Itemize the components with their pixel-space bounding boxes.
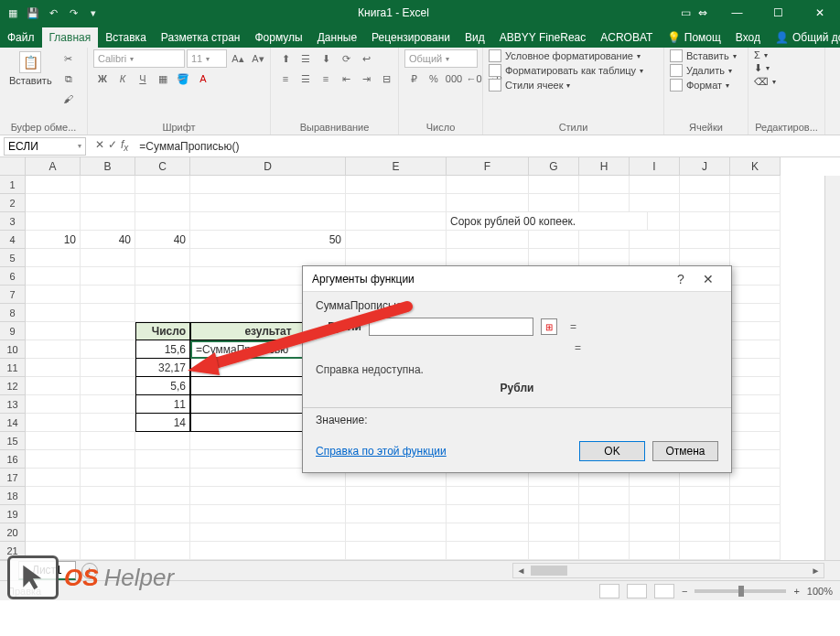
- row-header[interactable]: 14: [0, 414, 26, 432]
- cell[interactable]: [529, 249, 579, 267]
- minimize-button[interactable]: —: [716, 0, 758, 26]
- cell[interactable]: [26, 377, 81, 395]
- cell[interactable]: [447, 194, 529, 212]
- cell[interactable]: [730, 395, 781, 414]
- cell[interactable]: [81, 212, 135, 231]
- tab-insert[interactable]: Вставка: [98, 27, 154, 48]
- cell[interactable]: [190, 249, 346, 267]
- cell[interactable]: [730, 304, 781, 322]
- cell[interactable]: [447, 505, 529, 523]
- cell[interactable]: [26, 414, 81, 432]
- cell[interactable]: [529, 523, 579, 542]
- dialog-ok-button[interactable]: OK: [579, 441, 645, 461]
- row-header[interactable]: 19: [0, 505, 26, 523]
- row-header[interactable]: 15: [0, 432, 26, 450]
- tab-data[interactable]: Данные: [310, 27, 364, 48]
- orientation-icon[interactable]: ⟳: [337, 49, 355, 68]
- scroll-right-icon[interactable]: ►: [808, 564, 824, 577]
- cell[interactable]: [135, 267, 190, 286]
- cell[interactable]: 14: [135, 414, 190, 432]
- merge-icon[interactable]: ⊟: [377, 70, 395, 88]
- row-header[interactable]: 10: [0, 340, 26, 359]
- cell[interactable]: 40: [81, 231, 135, 249]
- cell[interactable]: [346, 487, 447, 505]
- cell[interactable]: [26, 176, 81, 194]
- cell[interactable]: [529, 194, 579, 212]
- dialog-arg-input[interactable]: [369, 318, 533, 336]
- cell[interactable]: [81, 450, 135, 469]
- insert-cells-button[interactable]: Вставить▾: [670, 49, 737, 62]
- cell[interactable]: [630, 487, 680, 505]
- cell[interactable]: [81, 377, 135, 395]
- cell[interactable]: [26, 286, 81, 304]
- column-header[interactable]: J: [680, 157, 730, 176]
- cell[interactable]: [81, 523, 135, 542]
- cell[interactable]: [135, 432, 190, 450]
- name-box[interactable]: ЕСЛИ▾: [4, 137, 86, 156]
- cell[interactable]: [135, 286, 190, 304]
- bold-icon[interactable]: Ж: [93, 70, 112, 88]
- cell[interactable]: [447, 231, 529, 249]
- cell[interactable]: [26, 432, 81, 450]
- row-header[interactable]: 3: [0, 212, 26, 231]
- scroll-left-icon[interactable]: ◄: [513, 564, 529, 577]
- increase-indent-icon[interactable]: ⇥: [357, 70, 375, 88]
- format-as-table-button[interactable]: Форматировать как таблицу▾: [489, 64, 643, 77]
- undo-icon[interactable]: ↶: [46, 5, 60, 20]
- cell[interactable]: [730, 286, 781, 304]
- currency-icon[interactable]: ₽: [404, 70, 423, 88]
- cell[interactable]: [730, 414, 781, 432]
- enter-formula-icon[interactable]: ✓: [108, 138, 117, 153]
- cell[interactable]: [190, 505, 346, 523]
- cell[interactable]: [630, 194, 680, 212]
- cell[interactable]: [346, 176, 447, 194]
- cell[interactable]: [135, 304, 190, 322]
- format-painter-icon[interactable]: 🖌: [59, 90, 78, 108]
- font-name-combo[interactable]: Calibri▾: [93, 49, 185, 68]
- border-icon[interactable]: ▦: [154, 70, 172, 88]
- cell[interactable]: [680, 194, 730, 212]
- cell[interactable]: [26, 395, 81, 414]
- fill-color-icon[interactable]: 🪣: [174, 70, 192, 88]
- row-header[interactable]: 8: [0, 304, 26, 322]
- cell[interactable]: [135, 212, 190, 231]
- cell[interactable]: [730, 194, 781, 212]
- zoom-in-icon[interactable]: +: [793, 586, 799, 597]
- cell[interactable]: [447, 523, 529, 542]
- ribbon-options-icon[interactable]: ▭: [681, 6, 691, 19]
- cell[interactable]: [346, 505, 447, 523]
- cell[interactable]: [81, 359, 135, 377]
- cell[interactable]: [730, 487, 781, 505]
- align-left-icon[interactable]: ≡: [276, 70, 295, 88]
- tab-acrobat[interactable]: ACROBAT: [593, 27, 660, 48]
- delete-cells-button[interactable]: Удалить▾: [670, 64, 737, 77]
- dialog-cancel-button[interactable]: Отмена: [652, 441, 718, 461]
- cell[interactable]: [730, 523, 781, 542]
- cell-styles-button[interactable]: Стили ячеек▾: [489, 79, 643, 92]
- page-break-view-icon[interactable]: [654, 584, 674, 598]
- row-header[interactable]: 7: [0, 286, 26, 304]
- zoom-out-icon[interactable]: −: [682, 586, 687, 597]
- formula-input[interactable]: =СуммаПрописью(): [134, 140, 840, 153]
- cell[interactable]: [26, 267, 81, 286]
- row-header[interactable]: 1: [0, 176, 26, 194]
- increase-font-icon[interactable]: A▴: [229, 49, 247, 68]
- fx-icon[interactable]: fx: [121, 138, 128, 153]
- column-header[interactable]: F: [447, 157, 529, 176]
- cell[interactable]: [730, 249, 781, 267]
- collapse-dialog-icon[interactable]: ⊞: [541, 318, 557, 335]
- cell[interactable]: 11: [135, 395, 190, 414]
- cell[interactable]: [630, 176, 680, 194]
- cell[interactable]: [680, 231, 730, 249]
- cell[interactable]: [26, 212, 81, 231]
- autosum-button[interactable]: Σ▾: [754, 49, 776, 60]
- wrap-text-icon[interactable]: ↩: [357, 49, 375, 68]
- cell[interactable]: [680, 176, 730, 194]
- cell[interactable]: [346, 249, 447, 267]
- cell[interactable]: [135, 194, 190, 212]
- cell[interactable]: [190, 212, 346, 231]
- row-header[interactable]: 2: [0, 194, 26, 212]
- cell[interactable]: 5,6: [135, 377, 190, 395]
- cell[interactable]: 10: [26, 231, 81, 249]
- align-bottom-icon[interactable]: ⬇: [317, 49, 335, 68]
